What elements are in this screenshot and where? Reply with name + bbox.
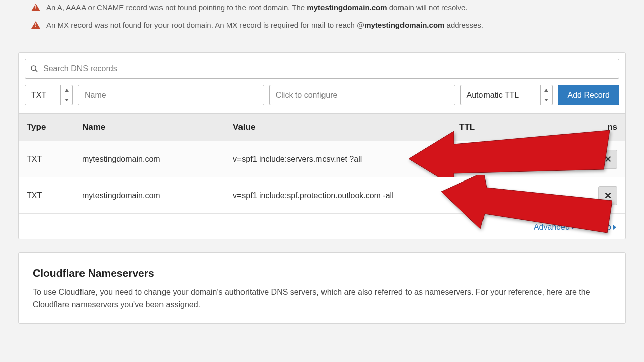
warning-a-record: An A, AAAA or CNAME record was not found… — [31, 3, 626, 12]
col-value: Value — [233, 122, 459, 132]
warning-icon — [31, 21, 40, 29]
delete-record-button[interactable]: ✕ — [598, 186, 617, 205]
link-label: Advanced — [534, 223, 570, 232]
link-label: Help — [595, 223, 611, 232]
stepper-icon — [60, 85, 72, 105]
placeholder-text: Name — [85, 90, 106, 100]
table-row[interactable]: TXT mytestingdomain.com v=spf1 include:s… — [19, 141, 625, 177]
add-record-button[interactable]: Add Record — [558, 85, 620, 105]
caret-right-icon — [572, 225, 575, 230]
advanced-link[interactable]: Advanced — [534, 223, 575, 232]
close-icon: ✕ — [604, 154, 612, 165]
close-icon: ✕ — [604, 190, 612, 201]
dns-records-table: Type Name Value TTL ns TXT mytestingdoma… — [19, 113, 625, 214]
record-ttl-value: Automatic TTL — [467, 90, 519, 100]
cell-value: v=spf1 include:servers.mcsv.net ?all — [233, 155, 459, 164]
button-label: Add Record — [568, 90, 610, 100]
cell-ttl: Automatic — [459, 155, 550, 164]
cell-type: TXT — [27, 155, 82, 164]
cell-name: mytestingdomain.com — [82, 191, 233, 200]
cell-name: mytestingdomain.com — [82, 155, 233, 164]
warning-mx-record: An MX record was not found for your root… — [31, 21, 626, 29]
record-type-value: TXT — [31, 90, 46, 100]
cell-type: TXT — [27, 191, 82, 200]
record-type-select[interactable]: TXT — [25, 85, 73, 105]
nameservers-heading: Cloudflare Nameservers — [33, 267, 611, 279]
stepper-icon — [540, 85, 552, 105]
table-header: Type Name Value TTL ns — [19, 113, 625, 141]
col-type: Type — [27, 122, 82, 132]
svg-point-0 — [31, 66, 36, 70]
dns-warnings: An A, AAAA or CNAME record was not found… — [18, 0, 626, 52]
record-ttl-select[interactable]: Automatic TTL — [460, 85, 553, 105]
chevron-up-icon — [544, 89, 548, 92]
chevron-down-icon — [65, 99, 69, 101]
chevron-up-icon — [65, 89, 69, 92]
dns-records-panel: TXT Name Click to configure Automatic TT… — [18, 52, 626, 239]
nameservers-body: To use Cloudflare, you need to change yo… — [33, 286, 611, 311]
col-ttl: TTL — [459, 122, 550, 132]
panel-footer-links: Advanced Help — [19, 214, 625, 239]
col-actions: ns — [550, 122, 617, 132]
search-icon — [30, 65, 38, 73]
svg-line-1 — [35, 70, 37, 72]
search-dns-records[interactable] — [25, 59, 619, 79]
warning-text: An MX record was not found for your root… — [46, 21, 484, 29]
record-name-input[interactable]: Name — [78, 85, 264, 105]
nameservers-panel: Cloudflare Nameservers To use Cloudflare… — [18, 252, 626, 324]
add-record-form: TXT Name Click to configure Automatic TT… — [19, 83, 625, 113]
chevron-down-icon — [544, 99, 548, 101]
warning-text: An A, AAAA or CNAME record was not found… — [46, 3, 468, 12]
cell-value: v=spf1 include:spf.protection.outlook.co… — [233, 191, 459, 200]
placeholder-text: Click to configure — [276, 90, 338, 100]
warning-icon — [31, 4, 40, 11]
record-value-input[interactable]: Click to configure — [269, 85, 455, 105]
col-name: Name — [82, 122, 233, 132]
caret-right-icon — [613, 225, 616, 230]
search-input[interactable] — [43, 64, 614, 73]
table-row[interactable]: TXT mytestingdomain.com v=spf1 include:s… — [19, 177, 625, 214]
delete-record-button[interactable]: ✕ — [598, 150, 617, 169]
help-link[interactable]: Help — [595, 223, 616, 232]
